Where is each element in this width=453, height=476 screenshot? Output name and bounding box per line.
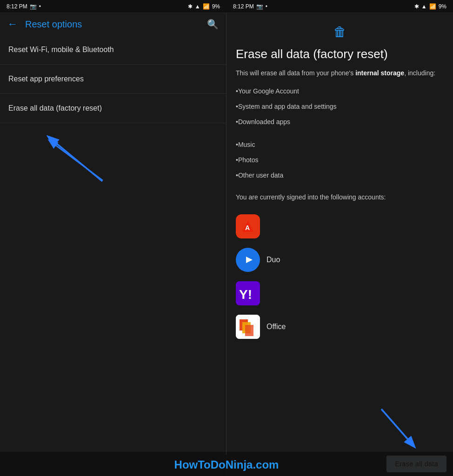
left-panel: ← Reset options 🔍 Reset Wi-Fi, mobile & … [0, 13, 226, 452]
svg-text:Y!: Y! [239, 287, 252, 302]
account-row-adobe: A [236, 210, 444, 243]
status-dot: • [39, 3, 41, 10]
wifi-icon: ▲ [195, 3, 200, 10]
back-button[interactable]: ← [7, 19, 18, 29]
account-row-yahoo: Y! [236, 277, 444, 310]
desc-bold: internal storage [355, 69, 404, 77]
bullet-google: •Your Google Account [236, 84, 444, 99]
accounts-text: You are currently signed into the follow… [236, 192, 444, 202]
status-time-group-2: 8:12 PM 📷 • [233, 3, 267, 10]
duo-icon [236, 248, 260, 272]
duo-label: Duo [266, 256, 280, 264]
svg-rect-12 [245, 325, 253, 336]
main-layout: ← Reset options 🔍 Reset Wi-Fi, mobile & … [0, 13, 453, 452]
svg-line-1 [50, 141, 103, 180]
right-panel: 🗑 Erase all data (factory reset) This wi… [226, 13, 453, 452]
bluetooth-icon: ✱ [188, 3, 193, 10]
toolbar: ← Reset options 🔍 [0, 13, 226, 35]
battery-label-2: 9% [439, 3, 446, 10]
office-label: Office [266, 323, 286, 331]
status-bar-right: 8:12 PM 📷 • ✱ ▲ 📶 9% [226, 0, 453, 13]
trash-icon-container: 🗑 [236, 24, 444, 40]
menu-item-app-pref[interactable]: Reset app preferences [0, 65, 226, 94]
bullet-photos: •Photos [236, 152, 444, 168]
status-time: 8:12 PM [7, 3, 27, 10]
desc-normal: This will erase all data from your phone… [236, 69, 355, 77]
menu-item-factory-reset[interactable]: Erase all data (factory reset) [0, 94, 226, 123]
status-icons-right: ✱ ▲ 📶 9% [188, 3, 220, 10]
factory-reset-title: Erase all data (factory reset) [236, 47, 444, 61]
svg-text:A: A [245, 224, 250, 231]
status-dot-2: • [266, 3, 267, 10]
account-row-duo: Duo [236, 243, 444, 277]
status-time-group: 8:12 PM 📷 • [7, 3, 41, 10]
menu-item-wifi[interactable]: Reset Wi-Fi, mobile & Bluetooth [0, 35, 226, 65]
bullet-system: •System and app data and settings [236, 99, 444, 114]
bullet-apps: •Downloaded apps [236, 114, 444, 130]
yahoo-icon: Y! [236, 281, 260, 305]
search-button[interactable]: 🔍 [207, 19, 219, 30]
signal-icon-2: 📶 [429, 3, 436, 10]
status-camera-icon: 📷 [30, 3, 37, 10]
office-icon [236, 315, 260, 339]
trash-icon: 🗑 [333, 24, 346, 40]
factory-reset-description: This will erase all data from your phone… [236, 68, 444, 78]
status-bar: 8:12 PM 📷 • ✱ ▲ 📶 9% 8:12 PM 📷 • ✱ ▲ 📶 9… [0, 0, 453, 13]
status-icons-right-2: ✱ ▲ 📶 9% [414, 3, 446, 10]
watermark: HowToDoNinja.com [0, 455, 453, 476]
status-camera-icon-2: 📷 [256, 3, 263, 10]
bullet-music: •Music [236, 137, 444, 152]
desc-end: , including: [404, 69, 435, 77]
bullet-userdata: •Other user data [236, 168, 444, 183]
status-time-2: 8:12 PM [233, 3, 254, 10]
bluetooth-icon-2: ✱ [414, 3, 419, 10]
wifi-icon-2: ▲ [421, 3, 427, 10]
account-row-office: Office [236, 310, 444, 344]
status-bar-left: 8:12 PM 📷 • ✱ ▲ 📶 9% [0, 0, 226, 13]
battery-label: 9% [212, 3, 220, 10]
signal-icon: 📶 [203, 3, 210, 10]
page-title: Reset options [25, 19, 200, 30]
adobe-icon: A [236, 214, 260, 238]
